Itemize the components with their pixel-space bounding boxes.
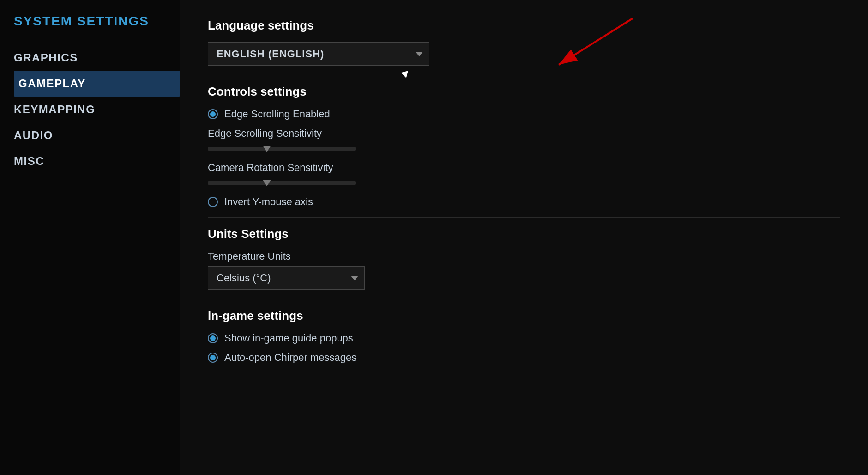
- divider-2: [208, 217, 840, 218]
- radio-filled-3-icon: [210, 355, 216, 360]
- slider-track: [208, 147, 356, 151]
- slider-thumb-2-icon: [263, 180, 271, 186]
- temperature-dropdown[interactable]: Celsius (°C) Fahrenheit (°F): [208, 266, 365, 290]
- edge-scrolling-sensitivity-slider[interactable]: [208, 143, 356, 154]
- auto-open-chirper-label: Auto-open Chirper messages: [224, 352, 356, 364]
- temperature-units-label: Temperature Units: [208, 250, 840, 262]
- sidebar-item-misc[interactable]: MISC: [14, 148, 180, 174]
- auto-open-chirper-radio[interactable]: [208, 353, 218, 363]
- slider-track-2: [208, 181, 356, 185]
- slider-thumb-icon: [263, 146, 271, 152]
- show-guide-popups-row[interactable]: Show in-game guide popups: [208, 332, 840, 344]
- invert-y-mouse-row[interactable]: Invert Y-mouse axis: [208, 196, 840, 208]
- main-content: Language settings ENGLISH (ENGLISH) FREN…: [180, 0, 868, 475]
- ingame-section: In-game settings Show in-game guide popu…: [208, 309, 840, 364]
- divider-3: [208, 299, 840, 299]
- radio-empty-icon: [210, 199, 216, 205]
- units-section-title: Units Settings: [208, 227, 840, 241]
- ingame-section-title: In-game settings: [208, 309, 840, 323]
- invert-y-mouse-radio[interactable]: [208, 197, 218, 207]
- show-guide-popups-label: Show in-game guide popups: [224, 332, 353, 344]
- sidebar-item-graphics[interactable]: GRAPHICS: [14, 45, 180, 71]
- radio-filled-icon: [210, 111, 216, 117]
- sidebar: SYSTEM SETTINGS GRAPHICS GAMEPLAY KEYMAP…: [0, 0, 180, 475]
- language-dropdown-container: ENGLISH (ENGLISH) FRENCH (FRANÇAIS)GERMA…: [208, 42, 429, 66]
- camera-rotation-sensitivity-label: Camera Rotation Sensitivity: [208, 162, 840, 174]
- edge-scrolling-sensitivity-container: Edge Scrolling Sensitivity: [208, 128, 840, 154]
- controls-section-title: Controls settings: [208, 85, 840, 99]
- sidebar-title: SYSTEM SETTINGS: [14, 14, 180, 29]
- camera-rotation-sensitivity-slider[interactable]: [208, 177, 356, 189]
- invert-y-mouse-label: Invert Y-mouse axis: [224, 196, 313, 208]
- sidebar-item-keymapping[interactable]: KEYMAPPING: [14, 97, 180, 122]
- camera-rotation-sensitivity-container: Camera Rotation Sensitivity: [208, 162, 840, 189]
- sidebar-item-gameplay[interactable]: GAMEPLAY: [14, 71, 180, 97]
- divider-1: [208, 75, 840, 75]
- radio-filled-2-icon: [210, 335, 216, 341]
- language-dropdown[interactable]: ENGLISH (ENGLISH) FRENCH (FRANÇAIS)GERMA…: [208, 42, 429, 66]
- edge-scrolling-enabled-row[interactable]: Edge Scrolling Enabled: [208, 108, 840, 120]
- language-section-title: Language settings: [208, 18, 840, 33]
- edge-scrolling-enabled-radio[interactable]: [208, 109, 218, 119]
- edge-scrolling-enabled-label: Edge Scrolling Enabled: [224, 108, 330, 120]
- language-section: Language settings ENGLISH (ENGLISH) FREN…: [208, 18, 840, 66]
- controls-section: Controls settings Edge Scrolling Enabled…: [208, 85, 840, 208]
- edge-scrolling-sensitivity-label: Edge Scrolling Sensitivity: [208, 128, 840, 140]
- units-section: Units Settings Temperature Units Celsius…: [208, 227, 840, 290]
- sidebar-item-audio[interactable]: AUDIO: [14, 122, 180, 148]
- show-guide-popups-radio[interactable]: [208, 333, 218, 343]
- temperature-dropdown-container: Celsius (°C) Fahrenheit (°F): [208, 266, 365, 290]
- auto-open-chirper-row[interactable]: Auto-open Chirper messages: [208, 352, 840, 364]
